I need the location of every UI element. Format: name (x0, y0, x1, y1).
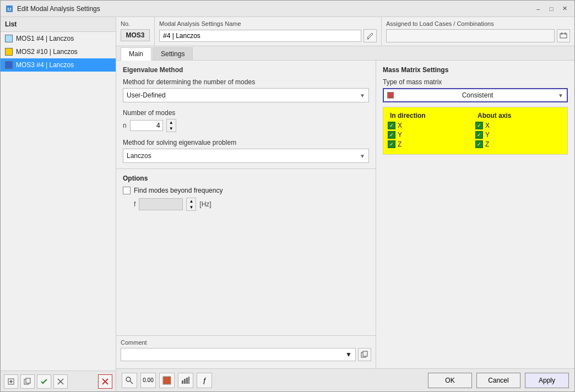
eigenvalue-title: Eigenvalue Method (123, 66, 369, 74)
sidebar-item-mos3[interactable]: MOS3 #4 | Lanczos (1, 58, 116, 72)
mass-type-dropdown[interactable]: Consistent ▼ (383, 88, 568, 102)
sidebar-item-mos2[interactable]: MOS2 #10 | Lanczos (1, 45, 116, 58)
window-title: Edit Modal Analysis Settings (17, 5, 533, 13)
find-modes-checkbox[interactable] (123, 187, 131, 194)
title-bar: M Edit Modal Analysis Settings – □ ✕ (1, 1, 574, 17)
svg-rect-21 (184, 379, 186, 384)
about-x-checkbox[interactable] (475, 122, 483, 129)
modes-spinner: ▲ ▼ (166, 119, 176, 132)
frequency-input (139, 198, 183, 210)
main-window: M Edit Modal Analysis Settings – □ ✕ Lis… (0, 0, 575, 392)
mass-type-row: Type of mass matrix Consistent ▼ (383, 78, 568, 102)
ok-button[interactable]: OK (428, 373, 472, 388)
modes-row: n ▲ ▼ (123, 119, 369, 132)
apply-button[interactable]: Apply (525, 373, 569, 388)
sidebar-header: List (1, 17, 116, 32)
freq-increment[interactable]: ▲ (187, 198, 196, 204)
find-modes-label: Find modes beyond frequency (134, 187, 223, 194)
in-z-label: Z (398, 140, 402, 148)
copy-item-button[interactable] (20, 374, 35, 389)
modes-decrement[interactable]: ▼ (167, 126, 176, 132)
options-title: Options (123, 175, 369, 182)
mass-dropdown-arrow: ▼ (558, 92, 563, 99)
close-button[interactable]: ✕ (559, 3, 570, 14)
assigned-edit-icon (560, 32, 567, 40)
sidebar-item-mos1[interactable]: MOS1 #4 | Lanczos (1, 32, 116, 45)
direction-row-z: Z Z (388, 140, 563, 148)
delete-item-button[interactable] (98, 374, 112, 389)
in-direction-header: In direction (388, 112, 475, 119)
mos3-label: MOS3 #4 | Lanczos (16, 61, 74, 69)
mass-type-label: Type of mass matrix (383, 78, 568, 86)
color-button[interactable] (159, 373, 175, 388)
direction-grid: In direction About axis X X (383, 107, 568, 155)
in-y-cell: Y (388, 131, 475, 139)
f-prefix: f (134, 200, 135, 208)
direction-row-y: Y Y (388, 131, 563, 139)
comment-dropdown[interactable]: ▼ (121, 348, 356, 361)
tab-settings[interactable]: Settings (153, 47, 193, 60)
color-icon (162, 376, 171, 385)
header-section: No. MOS3 Modal Analysis Settings Name (116, 17, 574, 46)
comment-copy-button[interactable] (358, 348, 371, 361)
svg-rect-23 (188, 377, 189, 384)
direction-header: In direction About axis (388, 112, 563, 119)
about-y-label: Y (485, 131, 490, 139)
formula-button[interactable]: ƒ (197, 373, 212, 388)
name-label: Modal Analysis Settings Name (159, 20, 377, 27)
freq-decrement[interactable]: ▼ (187, 204, 196, 210)
in-x-checkbox[interactable] (388, 122, 395, 129)
options-section: Options Find modes beyond frequency f ▲ … (116, 169, 376, 335)
about-z-checkbox[interactable] (475, 140, 483, 148)
solver-dropdown[interactable]: Lanczos ▼ (123, 149, 369, 163)
chart-button[interactable] (178, 373, 193, 388)
method-dropdown[interactable]: User-Defined ▼ (123, 88, 369, 102)
about-y-cell: Y (475, 131, 563, 139)
about-y-checkbox[interactable] (475, 131, 483, 139)
cancel-button[interactable]: Cancel (476, 373, 520, 388)
in-z-checkbox[interactable] (388, 140, 395, 148)
add-item-button[interactable] (4, 374, 18, 389)
frequency-row: f ▲ ▼ [Hz] (123, 198, 369, 211)
uncheck-item-button[interactable] (53, 374, 68, 389)
svg-rect-12 (560, 34, 567, 38)
maximize-button[interactable]: □ (546, 3, 557, 14)
modes-input[interactable] (130, 120, 163, 131)
method-value: User-Defined (127, 91, 166, 99)
name-input[interactable] (159, 30, 361, 42)
decimal-icon: 0.00 (143, 377, 153, 383)
modes-prefix: n (123, 122, 127, 129)
copy-icon (24, 378, 31, 385)
tab-main[interactable]: Main (121, 47, 151, 61)
modes-label: Number of modes (123, 109, 369, 117)
direction-row-x: X X (388, 122, 563, 129)
in-x-cell: X (388, 122, 475, 129)
assigned-edit-button[interactable] (557, 29, 570, 42)
edit-name-button[interactable] (364, 29, 377, 42)
assigned-label: Assigned to Load Cases / Combinations (386, 20, 570, 27)
modes-increment[interactable]: ▲ (167, 119, 176, 126)
tabs: Main Settings (116, 46, 574, 61)
minimize-button[interactable]: – (533, 3, 544, 14)
no-label: No. (121, 20, 150, 27)
mass-matrix-section: Mass Matrix Settings Type of mass matrix… (376, 61, 574, 160)
check-item-button[interactable] (37, 374, 51, 389)
comment-label: Comment (121, 339, 371, 346)
edit-icon (366, 32, 374, 40)
magnify-button[interactable] (122, 373, 137, 388)
in-y-checkbox[interactable] (388, 131, 395, 139)
frequency-spinner: ▲ ▼ (186, 198, 196, 211)
content-area: No. MOS3 Modal Analysis Settings Name (116, 17, 574, 391)
in-x-label: X (398, 122, 402, 129)
in-y-label: Y (398, 131, 402, 139)
method-dropdown-arrow: ▼ (360, 92, 365, 99)
svg-rect-22 (186, 378, 188, 384)
decimal-button[interactable]: 0.00 (140, 373, 156, 388)
comment-section: Comment ▼ (116, 335, 376, 368)
mass-matrix-title: Mass Matrix Settings (383, 66, 568, 74)
no-section: No. MOS3 (116, 17, 155, 46)
no-value: MOS3 (121, 29, 150, 41)
left-panel: Eigenvalue Method Method for determining… (116, 61, 376, 368)
svg-line-18 (130, 381, 133, 384)
mos2-label: MOS2 #10 | Lanczos (16, 48, 78, 56)
